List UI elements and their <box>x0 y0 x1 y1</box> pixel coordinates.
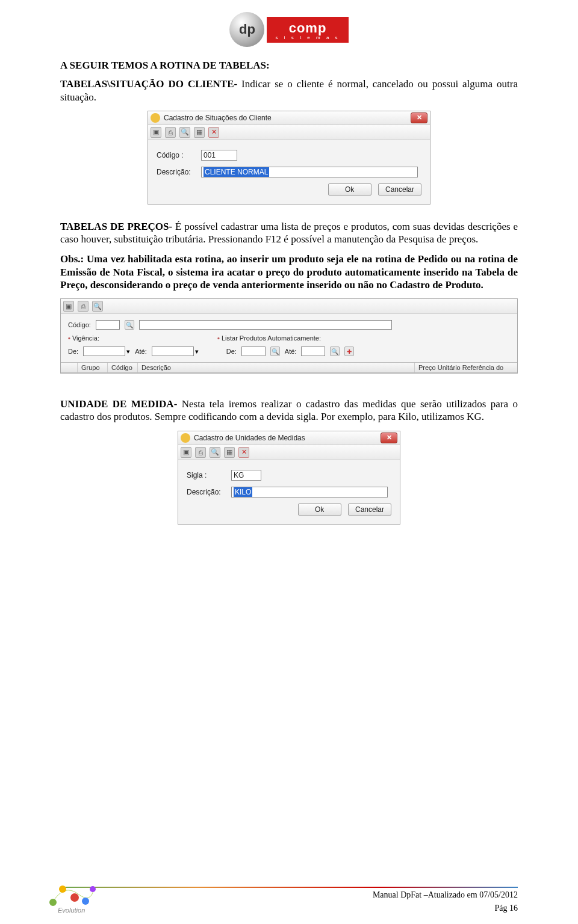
para1-lead: TABELAS\SITUAÇÃO DO CLIENTE- <box>60 78 237 90</box>
svg-point-0 <box>49 899 57 906</box>
app-icon <box>151 113 160 123</box>
svg-point-1 <box>59 886 66 893</box>
label-descricao: Descrição: <box>187 488 231 496</box>
input-codigo-desc[interactable] <box>139 320 392 330</box>
window-toolbar: ▣ ⎙ 🔍 ▦ ✕ <box>148 125 430 140</box>
paragraph-obs: Obs.: Uma vez habilitada esta rotina, ao… <box>60 253 518 291</box>
logo-sphere: dp <box>229 12 264 47</box>
grid-icon[interactable]: ▦ <box>224 447 235 458</box>
input-codigo[interactable]: 001 <box>201 150 237 161</box>
lookup-icon[interactable]: 🔍 <box>125 320 134 330</box>
window-titlebar: Cadastro de Unidades de Medidas ✕ <box>178 431 400 445</box>
label-ate-1: Até: <box>135 348 147 355</box>
app-icon <box>181 433 190 443</box>
input-ate-2[interactable] <box>301 346 325 356</box>
logo-text-sub: s i s t e m a s <box>275 35 340 40</box>
close-icon[interactable]: ✕ <box>381 433 397 443</box>
input-codigo[interactable] <box>96 320 120 330</box>
col-grupo: Grupo <box>78 363 108 372</box>
logo-text-main: comp <box>275 20 340 36</box>
label-ate-2: Até: <box>285 348 297 355</box>
cancel-button[interactable]: Cancelar <box>378 183 421 196</box>
label-codigo: Código: <box>68 321 91 328</box>
grid-icon[interactable]: ▦ <box>194 127 205 138</box>
input-de-2[interactable] <box>241 346 266 356</box>
input-descricao[interactable]: CLIENTE NORMAL <box>204 167 269 177</box>
label-codigo: Código : <box>157 151 201 159</box>
paragraph-precos: TABELAS DE PREÇOS- É possível cadastrar … <box>60 220 518 246</box>
grid-headers: Grupo Código Descrição Preço Unitário Re… <box>61 362 517 373</box>
section-heading: A SEGUIR TEMOS A ROTINA DE TABELAS: <box>60 59 518 72</box>
footer-page: Pág 16 <box>60 904 518 913</box>
col-codigo: Código <box>108 363 138 372</box>
chevron-down-icon[interactable]: ▾ <box>195 348 199 356</box>
delete-icon[interactable]: ✕ <box>208 127 219 138</box>
para4-lead: UNIDADE DE MEDIDA- <box>60 398 177 410</box>
label-descricao: Descrição: <box>157 168 201 176</box>
cancel-button[interactable]: Cancelar <box>348 504 391 516</box>
delete-icon[interactable]: ✕ <box>238 447 249 458</box>
input-ate-1[interactable] <box>152 346 194 356</box>
paragraph-situacao: TABELAS\SITUAÇÃO DO CLIENTE- Indicar se … <box>60 78 518 103</box>
print-icon[interactable]: ⎙ <box>165 127 176 138</box>
close-icon[interactable]: ✕ <box>411 112 427 123</box>
window-title: Cadastro de Unidades de Medidas <box>194 434 305 442</box>
print-icon[interactable]: ⎙ <box>78 301 89 312</box>
input-sigla[interactable]: KG <box>231 470 261 481</box>
figure-cadastro-unidades: Cadastro de Unidades de Medidas ✕ ▣ ⎙ 🔍 … <box>178 431 400 525</box>
ok-button[interactable]: Ok <box>298 504 341 516</box>
search-icon[interactable]: 🔍 <box>179 127 190 138</box>
lookup-icon[interactable]: 🔍 <box>270 346 280 356</box>
figure-cadastro-situacoes: Cadastro de Situações do Cliente ✕ ▣ ⎙ 🔍… <box>148 111 430 205</box>
search-icon[interactable]: 🔍 <box>210 447 220 458</box>
search-icon[interactable]: 🔍 <box>92 301 103 312</box>
window-title: Cadastro de Situações do Cliente <box>164 114 272 122</box>
input-de-1[interactable] <box>83 346 125 356</box>
para2-lead: TABELAS DE PREÇOS- <box>60 221 172 232</box>
lookup-icon[interactable]: 🔍 <box>330 346 340 356</box>
label-listar-auto: Listar Produtos Automaticamente: <box>217 334 321 342</box>
logo-plate: comp s i s t e m a s <box>267 17 348 43</box>
label-de-1: De: <box>68 348 78 355</box>
svg-point-2 <box>70 893 79 902</box>
col-descricao: Descrição <box>138 363 415 372</box>
add-icon[interactable]: ✚ <box>344 346 354 356</box>
col-preco: Preço Unitário Referência do <box>415 363 517 372</box>
footer-updated: Manual DpFat –Atualizado em 07/05/2012 <box>60 890 518 900</box>
chevron-down-icon[interactable]: ▾ <box>126 348 130 356</box>
window-titlebar: Cadastro de Situações do Cliente ✕ <box>148 111 430 125</box>
svg-point-4 <box>90 886 96 892</box>
page-footer: Evolution Manual DpFat –Atualizado em 07… <box>60 887 518 913</box>
new-icon[interactable]: ▣ <box>151 127 161 138</box>
svg-point-3 <box>82 898 89 905</box>
input-descricao[interactable]: KILO <box>234 487 252 497</box>
ok-button[interactable]: Ok <box>328 183 371 196</box>
paragraph-unidade: UNIDADE DE MEDIDA- Nesta tela iremos rea… <box>60 398 518 424</box>
label-de-2: De: <box>226 348 237 355</box>
figure-tabela-precos: ▣ ⎙ 🔍 Código: 🔍 Vigência: Listar Produto… <box>60 298 518 374</box>
header-logo: dp comp s i s t e m a s <box>60 12 518 47</box>
new-icon[interactable]: ▣ <box>63 301 74 312</box>
evolution-logo: Evolution <box>46 879 100 916</box>
new-icon[interactable]: ▣ <box>181 447 191 458</box>
window-toolbar: ▣ ⎙ 🔍 ▦ ✕ <box>178 445 400 460</box>
svg-text:Evolution: Evolution <box>58 907 85 914</box>
label-sigla: Sigla : <box>187 471 231 479</box>
label-vigencia: Vigência: <box>68 334 99 342</box>
print-icon[interactable]: ⎙ <box>195 447 206 458</box>
